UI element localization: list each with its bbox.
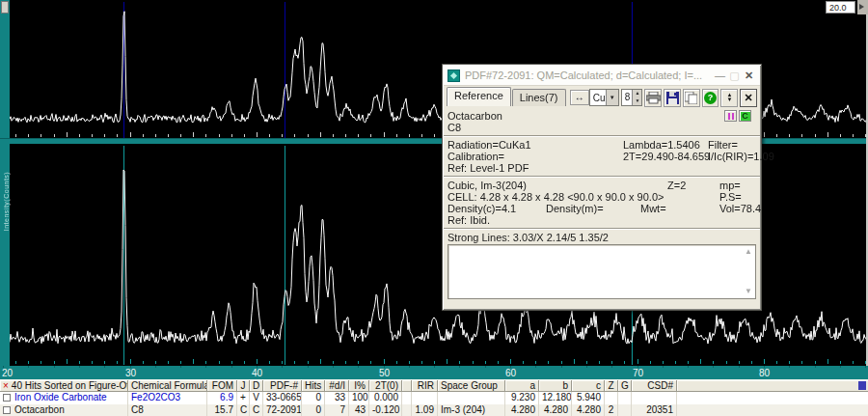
color-toggle[interactable]: C: [739, 110, 751, 122]
chevron-down-icon[interactable]: ▼: [606, 90, 618, 105]
header-cell[interactable]: CSD#: [632, 380, 677, 392]
table-cell: 20351: [632, 404, 677, 416]
scroll-up-icon[interactable]: ▲: [745, 248, 752, 256]
axis-minor-tick: [739, 366, 740, 368]
spin-up-icon[interactable]: ▲: [633, 90, 641, 97]
axis-tick-label: 70: [633, 368, 643, 378]
table-cell: 12.180: [539, 392, 572, 404]
z-field: Z=2: [667, 180, 686, 191]
header-cell[interactable]: I%: [349, 380, 369, 392]
table-cell: 5.940: [572, 392, 605, 404]
scroll-down-icon[interactable]: ▼: [745, 288, 752, 295]
phase-formula: C8: [448, 122, 461, 133]
app-window: Intensity(Counts) 20.0 20304050607080 ×4…: [0, 0, 868, 416]
header-cell[interactable]: c: [572, 380, 605, 392]
table-header-row: ×40 Hits Sorted on Figure-Of-M...Chemica…: [0, 380, 868, 392]
table-cell: Im-3 (204): [438, 404, 505, 416]
intensity-bars-toggle[interactable]: [724, 110, 737, 122]
table-cell: 72-2091: [263, 404, 302, 416]
table-cell: Iron Oxide Carbonate: [0, 392, 128, 404]
close-card-button[interactable]: ✕: [740, 89, 757, 107]
table-cell: [632, 392, 677, 404]
spin-down-icon[interactable]: ▼: [633, 97, 641, 105]
header-cell[interactable]: Chemical Formula: [128, 380, 207, 392]
axis-tick-label: 80: [759, 368, 770, 378]
strip-button[interactable]: [1, 1, 9, 14]
header-cell[interactable]: Space Group: [438, 380, 505, 392]
comments-box[interactable]: ▲ ▼: [448, 244, 756, 299]
line-width-icon[interactable]: ↔: [570, 90, 589, 105]
anode-select[interactable]: Cu ▼: [589, 89, 619, 106]
header-cell[interactable]: [402, 380, 412, 392]
table-cell: 0: [302, 392, 325, 404]
header-cell[interactable]: Hits: [302, 380, 325, 392]
table-cell: -0.120: [369, 404, 402, 416]
maximize-icon[interactable]: ▢: [727, 69, 742, 82]
spinner-value: 8: [622, 90, 633, 105]
table-cell: [677, 404, 868, 416]
separator: [444, 135, 760, 137]
tab-reference[interactable]: Reference: [447, 87, 511, 106]
axis-minor-tick: [282, 366, 283, 368]
x-axis-bar: 20304050607080: [0, 366, 868, 379]
table-cell: 100: [349, 392, 369, 404]
axis-minor-tick: [840, 366, 841, 368]
dialog-titlebar[interactable]: PDF#72-2091: QM=Calculated; d=Calculated…: [444, 66, 760, 86]
save-button[interactable]: [664, 89, 681, 107]
close-icon[interactable]: ✕: [742, 69, 756, 82]
separator: [444, 176, 760, 178]
y-axis-label: Intensity(Counts): [3, 149, 10, 255]
header-cell[interactable]: G: [618, 380, 632, 392]
axis-minor-tick: [459, 366, 460, 368]
help-button[interactable]: ?: [702, 89, 719, 107]
sort-indicator-icon: ×: [3, 380, 9, 391]
table-scroll-arrow[interactable]: [858, 381, 866, 390]
header-cell[interactable]: RIR: [412, 380, 438, 392]
reference-field: Ref: Level-1 PDF: [448, 162, 529, 174]
copy-button[interactable]: [683, 89, 700, 107]
axis-minor-tick: [688, 366, 689, 368]
radiation-field: Radiation=CuKa1: [448, 139, 531, 151]
corner-control-fragment[interactable]: [857, 0, 868, 14]
header-cell[interactable]: D: [250, 380, 263, 392]
axis-tick-label: 30: [125, 368, 136, 378]
header-cell[interactable]: ×40 Hits Sorted on Figure-Of-M...: [0, 380, 128, 392]
mp-field: mp=: [719, 180, 741, 191]
header-cell[interactable]: #d/I: [325, 380, 349, 392]
decimals-spinner[interactable]: 8 ▲▼: [621, 89, 643, 106]
header-cell[interactable]: [677, 380, 868, 392]
table-row[interactable]: OctacarbonC815.7CC72-20910743-0.1201.09I…: [0, 404, 868, 416]
header-cell[interactable]: J: [237, 380, 250, 392]
pdf-card-dialog: PDF#72-2091: QM=Calculated; d=Calculated…: [442, 64, 762, 311]
help-icon: ?: [704, 92, 717, 104]
header-cell[interactable]: b: [539, 380, 572, 392]
cell-field: CELL: 4.28 x 4.28 x 4.28 <90.0 x 90.0 x …: [448, 191, 664, 203]
header-cell[interactable]: Z: [605, 380, 618, 392]
table-cell: [412, 392, 438, 404]
row-checkbox[interactable]: [3, 394, 11, 402]
table-cell: 2: [605, 404, 618, 416]
minimize-icon[interactable]: —: [713, 69, 727, 81]
table-cell: 0: [302, 404, 325, 416]
header-cell[interactable]: a: [505, 380, 539, 392]
hits-table: ×40 Hits Sorted on Figure-Of-M...Chemica…: [0, 379, 868, 416]
axis-minor-tick: [789, 366, 790, 368]
scroll-cards-button[interactable]: ▲▼: [720, 89, 738, 107]
print-button[interactable]: [644, 89, 662, 107]
table-cell: [605, 392, 618, 404]
axis-minor-tick: [180, 366, 181, 368]
tab-lines[interactable]: Lines(7): [512, 89, 566, 106]
phase-name: Octacarbon: [448, 110, 502, 122]
two-theta-range-field: 2T=29.490-84.659: [623, 151, 710, 162]
header-cell[interactable]: 2T(0): [369, 380, 402, 392]
row-checkbox[interactable]: [3, 406, 11, 414]
header-cell[interactable]: PDF-#: [263, 380, 302, 392]
table-row[interactable]: Iron Oxide CarbonateFe2O2CO36.9+V33-0665…: [0, 392, 868, 404]
axis-minor-tick: [333, 366, 334, 368]
lambda-field: Lambda=1.5406: [623, 139, 700, 151]
header-cell[interactable]: FOM: [207, 380, 237, 392]
dialog-title: PDF#72-2091: QM=Calculated; d=Calculated…: [465, 69, 713, 81]
zoom-value-box[interactable]: 20.0: [826, 1, 855, 14]
axis-tick-label: 20: [2, 368, 13, 378]
table-cell: V: [250, 392, 263, 404]
